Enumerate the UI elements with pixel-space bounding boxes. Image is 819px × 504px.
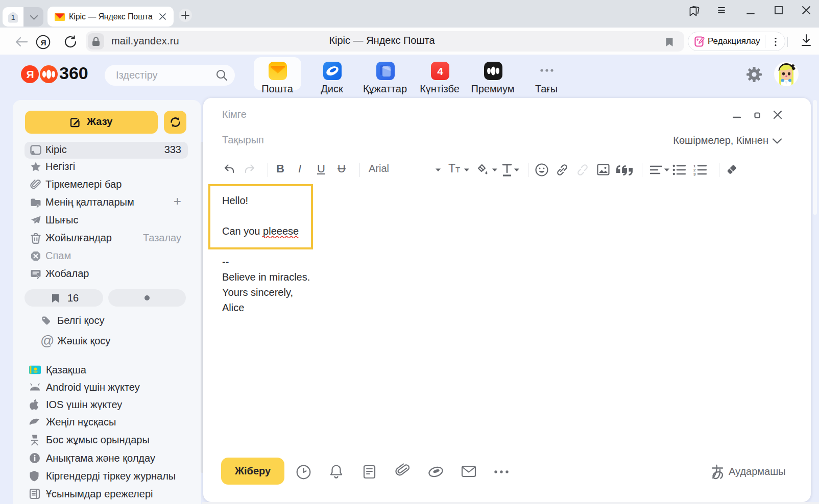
svg-text:4: 4: [437, 65, 443, 77]
svg-text:3: 3: [693, 172, 696, 175]
svg-text:1: 1: [11, 13, 15, 21]
svg-text:Я: Я: [26, 68, 34, 80]
